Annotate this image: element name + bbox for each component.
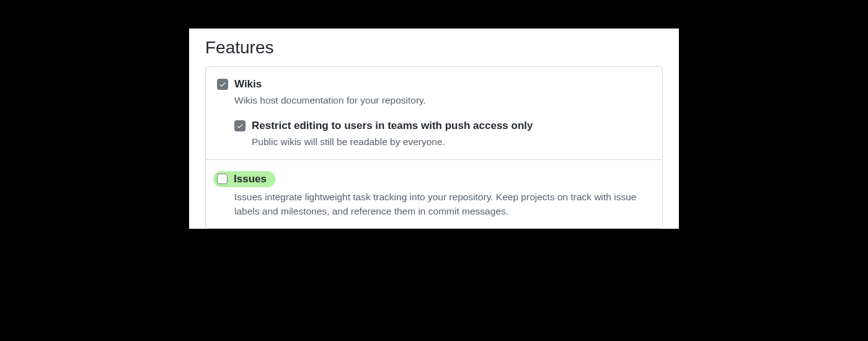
wikis-restrict-checkbox[interactable] [234,120,246,131]
features-panel: Features Wikis Wikis host documentation … [189,29,679,229]
issues-header-line: Issues [217,171,651,187]
checkmark-icon [219,81,226,88]
wikis-restrict-description: Public wikis will still be readable by e… [252,135,651,149]
issues-label: Issues [234,173,267,185]
wikis-sub-option: Restrict editing to users in teams with … [234,120,651,149]
feature-row-issues: Issues Issues integrate lightweight task… [206,160,662,229]
issues-description: Issues integrate lightweight task tracki… [234,190,651,219]
issues-checkbox[interactable] [217,174,228,184]
wikis-restrict-label: Restrict editing to users in teams with … [252,120,533,132]
section-title: Features [205,38,663,58]
checkmark-icon [236,122,244,130]
wikis-description: Wikis host documentation for your reposi… [234,93,651,107]
features-box: Wikis Wikis host documentation for your … [205,66,663,229]
feature-row-wikis: Wikis Wikis host documentation for your … [206,67,662,160]
wikis-label: Wikis [234,78,262,91]
wikis-checkbox[interactable] [217,79,228,90]
issues-highlight: Issues [213,171,275,187]
wikis-sub-header-line: Restrict editing to users in teams with … [234,120,651,132]
wikis-header-line: Wikis [217,78,651,91]
